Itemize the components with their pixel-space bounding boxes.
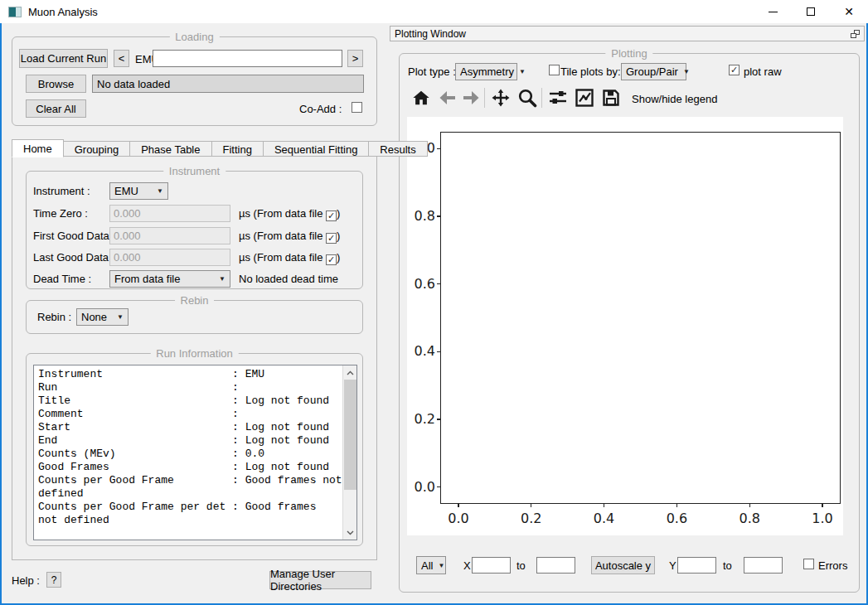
axis-tick-label: 0.2 — [407, 411, 435, 427]
chevron-down-icon: ▼ — [152, 187, 163, 195]
run-number-input[interactable] — [153, 50, 342, 67]
tile-plots-checkbox[interactable] — [549, 65, 560, 75]
plotting-window-title: Plotting Window — [395, 28, 466, 40]
load-status-field: No data loaded — [92, 75, 364, 93]
run-information-textarea[interactable]: Instrument : EMU Run : Title : Log not f… — [33, 365, 357, 540]
axis-tick-mark — [458, 504, 458, 507]
axis-tick-mark — [437, 215, 440, 216]
errors-label: Errors — [818, 559, 847, 572]
help-button[interactable]: ? — [46, 572, 61, 588]
tab-fitting[interactable]: Fitting — [212, 141, 264, 157]
axis-tick-label: 0.8 — [731, 511, 768, 526]
home-icon[interactable] — [410, 87, 432, 109]
axis-tick-label: 0.0 — [407, 479, 435, 495]
axis-tick-mark — [437, 283, 440, 284]
plotting-group-label: Plotting — [605, 47, 652, 60]
co-add-checkbox[interactable] — [352, 102, 362, 113]
co-add-label: Co-Add : — [299, 103, 342, 115]
show-hide-legend-button[interactable]: Show/hide legend — [632, 93, 717, 105]
scrollbar-thumb[interactable] — [344, 380, 356, 490]
rebin-select[interactable]: None▼ — [76, 308, 129, 326]
save-icon[interactable] — [600, 87, 622, 109]
dead-time-select[interactable]: From data file▼ — [109, 270, 230, 288]
run-information-scrollbar[interactable] — [342, 365, 356, 540]
axis-tick-mark — [676, 504, 677, 507]
axis-tick-label: 0.2 — [513, 511, 550, 526]
run-information-group-label: Run Information — [150, 347, 239, 360]
customize-plot-icon[interactable] — [574, 87, 595, 109]
plot-type-select[interactable]: Asymmetry▼ — [455, 63, 517, 80]
maximize-icon — [807, 7, 815, 16]
loading-group-label: Loading — [169, 31, 219, 43]
manage-user-directories-button[interactable]: Manage User Directories — [269, 571, 371, 589]
run-information-group: Run Information Instrument : EMU Run : T… — [26, 353, 363, 546]
minimize-icon — [769, 12, 778, 12]
forward-icon[interactable] — [461, 87, 482, 109]
help-label: Help : — [12, 574, 40, 587]
y-min-input[interactable] — [677, 557, 716, 574]
time-zero-from-file-checkbox[interactable] — [326, 211, 337, 221]
load-current-run-button[interactable]: Load Current Run — [19, 49, 108, 68]
axis-tick-label: 0.8 — [407, 208, 435, 224]
close-button[interactable]: ✕ — [830, 0, 868, 23]
next-run-button[interactable]: > — [347, 50, 363, 67]
pan-icon[interactable] — [490, 87, 512, 109]
autoscale-y-button[interactable]: Autoscale y — [591, 556, 655, 574]
first-good-data-suffix: µs (From data file ) — [239, 230, 340, 244]
clear-all-button[interactable]: Clear All — [26, 99, 86, 118]
tile-plots-by-select[interactable]: Group/Pair▼ — [621, 63, 686, 80]
float-dock-icon[interactable] — [851, 30, 860, 38]
zoom-icon[interactable] — [516, 87, 538, 109]
chevron-down-icon: ▼ — [678, 68, 690, 75]
x-max-input[interactable] — [536, 557, 575, 574]
y-to-label: to — [723, 559, 732, 572]
first-good-data-input[interactable] — [109, 227, 230, 244]
scroll-up-icon[interactable] — [343, 365, 357, 380]
browse-button[interactable]: Browse — [26, 75, 86, 93]
tab-sequential-fitting[interactable]: Sequential Fitting — [264, 141, 369, 157]
instrument-label: Instrument : — [33, 185, 90, 197]
y-max-input[interactable] — [744, 557, 783, 574]
last-good-data-suffix: µs (From data file ) — [239, 251, 340, 265]
axis-tick-label: 1.0 — [804, 511, 841, 526]
first-good-data-from-file-checkbox[interactable] — [326, 233, 337, 244]
axis-tick-mark — [749, 504, 750, 507]
instrument-select[interactable]: EMU▼ — [109, 182, 168, 200]
rebin-group-label: Rebin — [175, 294, 215, 307]
axis-tick-label: 0.6 — [407, 276, 435, 292]
axis-tick-mark — [437, 148, 440, 149]
x-to-label: to — [516, 559, 526, 572]
configure-subplots-icon[interactable] — [547, 87, 569, 109]
time-zero-input[interactable] — [109, 205, 230, 222]
maximize-button[interactable] — [792, 0, 830, 23]
plot-raw-checkbox[interactable] — [729, 65, 739, 75]
chevron-down-icon: ▼ — [112, 313, 124, 321]
last-good-data-from-file-checkbox[interactable] — [326, 254, 337, 265]
last-good-data-label: Last Good Data : — [33, 251, 114, 264]
x-range-label: X — [463, 559, 471, 572]
y-range-label: Y — [669, 559, 676, 572]
time-zero-suffix: µs (From data file ) — [239, 207, 340, 221]
axis-tick-mark — [437, 486, 440, 487]
chevron-down-icon: ▼ — [433, 562, 444, 569]
main-tab-bar: HomeGroupingPhase TableFittingSequential… — [12, 138, 428, 157]
previous-run-button[interactable]: < — [114, 50, 129, 67]
axis-tick-mark — [437, 351, 440, 352]
x-min-input[interactable] — [472, 557, 511, 574]
errors-checkbox[interactable] — [803, 559, 814, 569]
plot-range-select[interactable]: All▼ — [416, 556, 446, 574]
back-icon[interactable] — [436, 87, 458, 109]
tab-results[interactable]: Results — [369, 141, 427, 157]
minimize-button[interactable] — [754, 0, 792, 23]
muon-analysis-window: Muon Analysis ✕ Loading Load Current Run… — [0, 0, 868, 605]
tab-phase-table[interactable]: Phase Table — [130, 141, 211, 157]
window-title: Muon Analysis — [28, 6, 98, 18]
plotting-window-header[interactable]: Plotting Window — [390, 26, 865, 41]
tab-grouping[interactable]: Grouping — [64, 141, 130, 157]
tab-home[interactable]: Home — [12, 139, 64, 157]
dead-time-status: No loaded dead time — [239, 273, 338, 285]
run-information-text: Instrument : EMU Run : Title : Log not f… — [34, 365, 356, 530]
scroll-down-icon[interactable] — [343, 525, 357, 540]
toolbar-separator — [484, 88, 485, 108]
last-good-data-input[interactable] — [109, 249, 230, 266]
